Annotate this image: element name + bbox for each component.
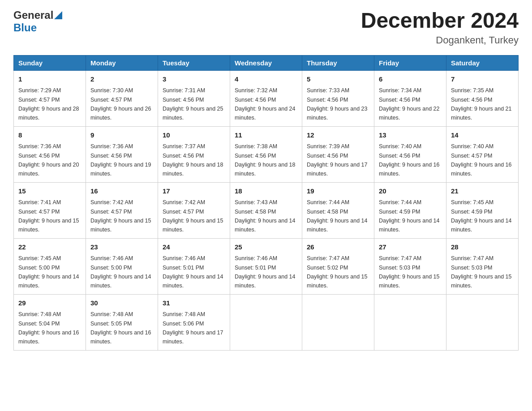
calendar-cell: 26 Sunrise: 7:47 AMSunset: 5:02 PMDaylig… — [302, 238, 374, 294]
day-number: 23 — [90, 242, 153, 253]
day-number: 26 — [307, 242, 369, 253]
day-info: Sunrise: 7:47 AMSunset: 5:03 PMDaylight:… — [451, 255, 512, 289]
day-info: Sunrise: 7:46 AMSunset: 5:01 PMDaylight:… — [235, 255, 296, 289]
calendar-cell — [230, 294, 302, 350]
day-info: Sunrise: 7:46 AMSunset: 5:01 PMDaylight:… — [163, 255, 223, 289]
day-number: 15 — [18, 186, 81, 197]
day-info: Sunrise: 7:48 AMSunset: 5:06 PMDaylight:… — [163, 311, 223, 345]
week-row-3: 15 Sunrise: 7:41 AMSunset: 4:57 PMDaylig… — [14, 182, 519, 238]
day-number: 7 — [451, 74, 514, 85]
day-info: Sunrise: 7:47 AMSunset: 5:03 PMDaylight:… — [379, 255, 440, 289]
calendar-location: Dogankent, Turkey — [361, 34, 519, 46]
day-info: Sunrise: 7:38 AMSunset: 4:56 PMDaylight:… — [235, 143, 296, 177]
weekday-header-tuesday: Tuesday — [158, 55, 230, 70]
weekday-header-saturday: Saturday — [446, 55, 519, 70]
day-number: 25 — [235, 242, 297, 253]
calendar-cell: 15 Sunrise: 7:41 AMSunset: 4:57 PMDaylig… — [14, 182, 86, 238]
day-number: 17 — [163, 186, 225, 197]
calendar-cell: 18 Sunrise: 7:43 AMSunset: 4:58 PMDaylig… — [230, 182, 302, 238]
weekday-header-sunday: Sunday — [14, 55, 86, 70]
day-info: Sunrise: 7:36 AMSunset: 4:56 PMDaylight:… — [90, 143, 151, 177]
day-number: 2 — [90, 74, 153, 85]
day-number: 29 — [18, 298, 81, 308]
day-info: Sunrise: 7:32 AMSunset: 4:56 PMDaylight:… — [235, 87, 296, 121]
weekday-header-monday: Monday — [86, 55, 158, 70]
day-info: Sunrise: 7:47 AMSunset: 5:02 PMDaylight:… — [307, 255, 368, 289]
calendar-cell: 10 Sunrise: 7:37 AMSunset: 4:56 PMDaylig… — [158, 126, 230, 182]
day-info: Sunrise: 7:42 AMSunset: 4:57 PMDaylight:… — [90, 199, 151, 233]
day-number: 8 — [18, 130, 81, 141]
day-number: 28 — [451, 242, 514, 253]
day-number: 3 — [163, 74, 225, 85]
calendar-cell — [302, 294, 374, 350]
day-number: 22 — [18, 242, 81, 253]
day-info: Sunrise: 7:48 AMSunset: 5:04 PMDaylight:… — [18, 311, 79, 345]
weekday-header-friday: Friday — [374, 55, 446, 70]
calendar-cell: 21 Sunrise: 7:45 AMSunset: 4:59 PMDaylig… — [446, 182, 519, 238]
logo: General Blue — [13, 9, 62, 34]
day-number: 31 — [163, 298, 225, 308]
calendar-cell: 29 Sunrise: 7:48 AMSunset: 5:04 PMDaylig… — [14, 294, 86, 350]
day-info: Sunrise: 7:40 AMSunset: 4:56 PMDaylight:… — [379, 143, 440, 177]
calendar-cell: 31 Sunrise: 7:48 AMSunset: 5:06 PMDaylig… — [158, 294, 230, 350]
calendar-cell: 11 Sunrise: 7:38 AMSunset: 4:56 PMDaylig… — [230, 126, 302, 182]
calendar-cell: 8 Sunrise: 7:36 AMSunset: 4:56 PMDayligh… — [14, 126, 86, 182]
calendar-title-block: December 2024 Dogankent, Turkey — [361, 9, 519, 46]
calendar-cell: 22 Sunrise: 7:45 AMSunset: 5:00 PMDaylig… — [14, 238, 86, 294]
day-number: 12 — [307, 130, 369, 141]
day-number: 20 — [379, 186, 442, 197]
calendar-cell: 19 Sunrise: 7:44 AMSunset: 4:58 PMDaylig… — [302, 182, 374, 238]
calendar-cell: 5 Sunrise: 7:33 AMSunset: 4:56 PMDayligh… — [302, 70, 374, 126]
calendar-month-year: December 2024 — [361, 9, 519, 33]
day-info: Sunrise: 7:34 AMSunset: 4:56 PMDaylight:… — [379, 87, 440, 121]
day-number: 9 — [90, 130, 153, 141]
page-header: General Blue December 2024 Dogankent, Tu… — [13, 9, 519, 46]
svg-marker-0 — [54, 11, 62, 19]
day-number: 11 — [235, 130, 297, 141]
day-number: 24 — [163, 242, 225, 253]
weekday-header-thursday: Thursday — [302, 55, 374, 70]
day-number: 6 — [379, 74, 442, 85]
calendar-cell: 3 Sunrise: 7:31 AMSunset: 4:56 PMDayligh… — [158, 70, 230, 126]
day-number: 18 — [235, 186, 297, 197]
day-info: Sunrise: 7:40 AMSunset: 4:57 PMDaylight:… — [451, 143, 512, 177]
calendar-cell: 27 Sunrise: 7:47 AMSunset: 5:03 PMDaylig… — [374, 238, 446, 294]
calendar-cell — [446, 294, 519, 350]
day-number: 27 — [379, 242, 442, 253]
day-info: Sunrise: 7:31 AMSunset: 4:56 PMDaylight:… — [163, 87, 223, 121]
week-row-4: 22 Sunrise: 7:45 AMSunset: 5:00 PMDaylig… — [14, 238, 519, 294]
day-info: Sunrise: 7:43 AMSunset: 4:58 PMDaylight:… — [235, 199, 296, 233]
day-info: Sunrise: 7:44 AMSunset: 4:58 PMDaylight:… — [307, 199, 368, 233]
day-info: Sunrise: 7:41 AMSunset: 4:57 PMDaylight:… — [18, 199, 79, 233]
day-info: Sunrise: 7:46 AMSunset: 5:00 PMDaylight:… — [90, 255, 151, 289]
logo-blue-text: Blue — [13, 21, 37, 34]
calendar-cell: 7 Sunrise: 7:35 AMSunset: 4:56 PMDayligh… — [446, 70, 519, 126]
calendar-cell: 4 Sunrise: 7:32 AMSunset: 4:56 PMDayligh… — [230, 70, 302, 126]
calendar-cell: 12 Sunrise: 7:39 AMSunset: 4:56 PMDaylig… — [302, 126, 374, 182]
calendar-cell: 16 Sunrise: 7:42 AMSunset: 4:57 PMDaylig… — [86, 182, 158, 238]
calendar-cell: 28 Sunrise: 7:47 AMSunset: 5:03 PMDaylig… — [446, 238, 519, 294]
day-number: 19 — [307, 186, 369, 197]
calendar-header-row: SundayMondayTuesdayWednesdayThursdayFrid… — [14, 55, 519, 70]
day-info: Sunrise: 7:45 AMSunset: 4:59 PMDaylight:… — [451, 199, 512, 233]
day-number: 30 — [90, 298, 153, 308]
week-row-5: 29 Sunrise: 7:48 AMSunset: 5:04 PMDaylig… — [14, 294, 519, 350]
calendar-cell: 13 Sunrise: 7:40 AMSunset: 4:56 PMDaylig… — [374, 126, 446, 182]
day-number: 1 — [18, 74, 81, 85]
day-info: Sunrise: 7:44 AMSunset: 4:59 PMDaylight:… — [379, 199, 440, 233]
day-info: Sunrise: 7:33 AMSunset: 4:56 PMDaylight:… — [307, 87, 368, 121]
day-number: 10 — [163, 130, 225, 141]
day-number: 14 — [451, 130, 514, 141]
weekday-header-wednesday: Wednesday — [230, 55, 302, 70]
calendar-cell: 17 Sunrise: 7:42 AMSunset: 4:57 PMDaylig… — [158, 182, 230, 238]
calendar-cell — [374, 294, 446, 350]
day-info: Sunrise: 7:35 AMSunset: 4:56 PMDaylight:… — [451, 87, 512, 121]
calendar-cell: 1 Sunrise: 7:29 AMSunset: 4:57 PMDayligh… — [14, 70, 86, 126]
day-info: Sunrise: 7:39 AMSunset: 4:56 PMDaylight:… — [307, 143, 368, 177]
calendar-cell: 2 Sunrise: 7:30 AMSunset: 4:57 PMDayligh… — [86, 70, 158, 126]
week-row-1: 1 Sunrise: 7:29 AMSunset: 4:57 PMDayligh… — [14, 70, 519, 126]
calendar-cell: 14 Sunrise: 7:40 AMSunset: 4:57 PMDaylig… — [446, 126, 519, 182]
calendar-cell: 30 Sunrise: 7:48 AMSunset: 5:05 PMDaylig… — [86, 294, 158, 350]
calendar-cell: 9 Sunrise: 7:36 AMSunset: 4:56 PMDayligh… — [86, 126, 158, 182]
calendar-cell: 23 Sunrise: 7:46 AMSunset: 5:00 PMDaylig… — [86, 238, 158, 294]
